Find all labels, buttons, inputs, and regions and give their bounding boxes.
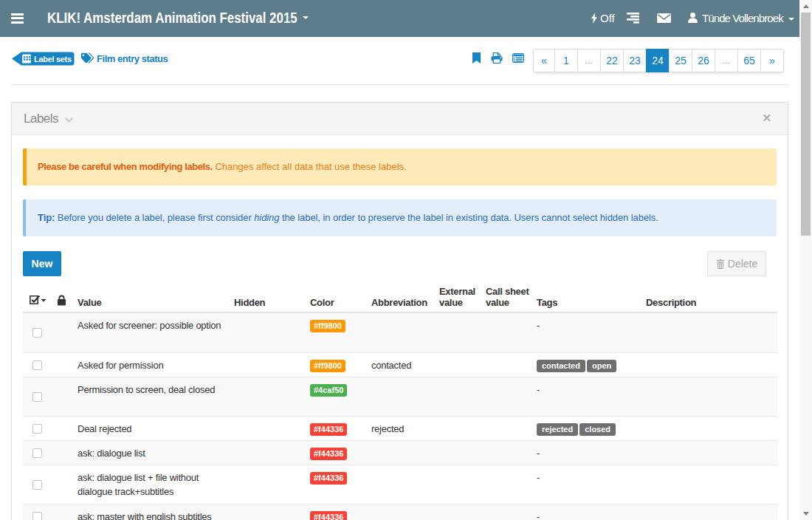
svg-text:Label sets: Label sets — [34, 55, 72, 64]
